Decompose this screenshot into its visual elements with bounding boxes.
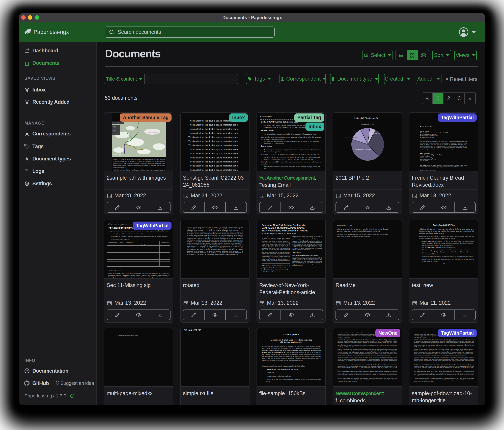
svg-text:i: i bbox=[72, 395, 72, 397]
svg-text:— Day 4: — Day 4 bbox=[113, 131, 116, 132]
svg-text:#: # bbox=[26, 156, 28, 161]
svg-text:Google Earth: Google Earth bbox=[113, 154, 121, 155]
svg-text:— Day 3: — Day 3 bbox=[113, 130, 116, 131]
svg-text:Boundary Waters Trip: Boundary Waters Trip bbox=[113, 122, 124, 124]
svg-text:— Day 2: — Day 2 bbox=[113, 129, 116, 130]
svg-text:— Day 1: — Day 1 bbox=[113, 127, 116, 128]
svg-text:?: ? bbox=[26, 369, 28, 373]
svg-text:— Day 5: — Day 5 bbox=[113, 133, 116, 134]
svg-text:Legend: Legend bbox=[113, 126, 116, 127]
